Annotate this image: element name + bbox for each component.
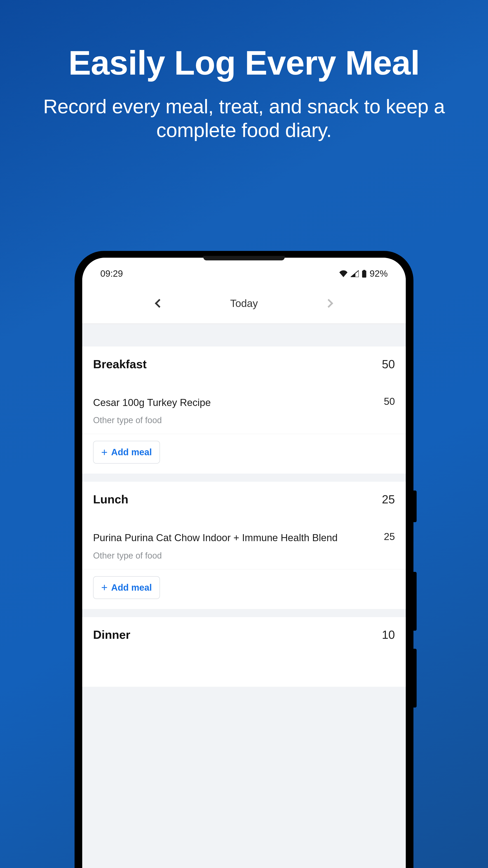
wifi-icon bbox=[339, 270, 348, 277]
meal-section-breakfast: Breakfast 50 Cesar 100g Turkey Recipe 50… bbox=[82, 346, 406, 434]
promo-header: Easily Log Every Meal Record every meal,… bbox=[0, 0, 488, 142]
plus-icon: + bbox=[101, 450, 107, 455]
chevron-right-icon[interactable] bbox=[324, 299, 333, 308]
phone-side-button bbox=[414, 649, 417, 708]
add-meal-button[interactable]: + Add meal bbox=[93, 441, 160, 464]
meal-section-dinner: Dinner 10 bbox=[82, 617, 406, 687]
meal-section-title: Dinner bbox=[93, 628, 130, 642]
status-battery-text: 92% bbox=[369, 269, 388, 279]
battery-icon bbox=[362, 270, 366, 278]
promo-title: Easily Log Every Meal bbox=[13, 45, 475, 81]
svg-rect-1 bbox=[363, 270, 365, 271]
section-divider bbox=[82, 473, 406, 482]
date-nav-bar: Today bbox=[82, 283, 406, 324]
phone-side-button bbox=[414, 491, 417, 522]
add-meal-row: + Add meal bbox=[82, 434, 406, 473]
food-item-name: Purina Purina Cat Chow Indoor + Immune H… bbox=[93, 531, 337, 544]
food-item-value: 25 bbox=[384, 531, 395, 544]
status-time: 09:29 bbox=[100, 269, 123, 279]
meal-section-total: 10 bbox=[382, 628, 395, 642]
add-meal-button[interactable]: + Add meal bbox=[93, 576, 160, 599]
food-item[interactable]: Purina Purina Cat Chow Indoor + Immune H… bbox=[93, 531, 395, 560]
plus-icon: + bbox=[101, 585, 107, 590]
food-item[interactable]: Cesar 100g Turkey Recipe 50 Other type o… bbox=[93, 396, 395, 425]
add-meal-label: Add meal bbox=[111, 583, 152, 593]
phone-screen: 09:29 92% Today Breakfast 50 bbox=[82, 258, 406, 868]
status-icons: 92% bbox=[339, 269, 388, 279]
food-item-value: 50 bbox=[384, 396, 395, 409]
svg-rect-0 bbox=[362, 271, 366, 278]
signal-icon bbox=[351, 270, 359, 277]
promo-subtitle: Record every meal, treat, and snack to k… bbox=[13, 94, 475, 142]
food-item-subtitle: Other type of food bbox=[93, 415, 395, 425]
meal-section-title: Lunch bbox=[93, 493, 128, 506]
food-item-name: Cesar 100g Turkey Recipe bbox=[93, 396, 211, 409]
chevron-left-icon[interactable] bbox=[155, 299, 164, 308]
date-nav-title[interactable]: Today bbox=[230, 297, 258, 309]
food-item-subtitle: Other type of food bbox=[93, 551, 395, 561]
meal-section-total: 50 bbox=[382, 358, 395, 371]
meal-section-lunch: Lunch 25 Purina Purina Cat Chow Indoor +… bbox=[82, 482, 406, 569]
add-meal-label: Add meal bbox=[111, 447, 152, 457]
meal-section-title: Breakfast bbox=[93, 358, 147, 371]
phone-side-button bbox=[414, 572, 417, 631]
phone-notch bbox=[203, 256, 285, 260]
section-divider bbox=[82, 324, 406, 346]
phone-frame: 09:29 92% Today Breakfast 50 bbox=[74, 251, 414, 868]
meal-section-total: 25 bbox=[382, 493, 395, 506]
status-bar: 09:29 92% bbox=[82, 258, 406, 283]
add-meal-row: + Add meal bbox=[82, 569, 406, 609]
phone-body: 09:29 92% Today Breakfast 50 bbox=[74, 251, 414, 868]
section-divider bbox=[82, 609, 406, 617]
